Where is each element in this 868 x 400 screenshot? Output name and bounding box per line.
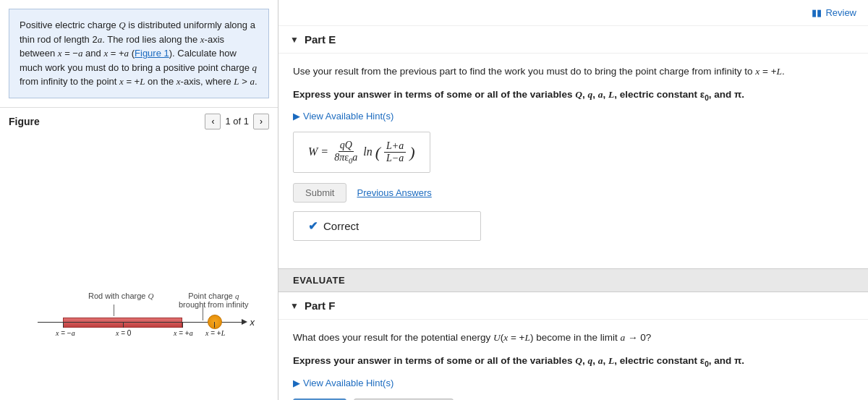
evaluate-banner: EVALUATE	[278, 268, 868, 292]
hint-chevron: ▶	[293, 111, 300, 122]
part-f-bold: Express your answer in terms of some or …	[293, 355, 744, 366]
point-charge	[208, 315, 222, 329]
top-bar: ▮▮ Review	[278, 0, 868, 26]
figure-header: Figure ‹ 1 of 1 ›	[0, 107, 278, 135]
part-f-view-hint[interactable]: ▶ View Available Hint(s)	[293, 378, 854, 388]
figure-link[interactable]: Figure 1	[135, 48, 169, 59]
part-e-formula: W = qQ 8πε0a ln ( L+a L−a )	[293, 132, 430, 173]
problem-box: Positive electric charge Q is distribute…	[9, 9, 269, 98]
part-f-section: ▼ Part F What does your result for the p…	[278, 292, 868, 400]
problem-text: Positive electric charge Q is distribute…	[20, 20, 258, 87]
part-f-instruction: Express your answer in terms of some or …	[293, 353, 854, 370]
part-e-section: ▼ Part E Use your result from the previo…	[278, 26, 868, 268]
part-f-hint-chevron: ▶	[293, 378, 300, 388]
tick-x0	[123, 322, 124, 328]
left-panel: Positive electric charge Q is distribute…	[0, 0, 278, 400]
part-f-label: Part F	[305, 299, 336, 312]
figure-page: 1 of 1	[225, 116, 249, 127]
review-button[interactable]: ▮▮ Review	[812, 7, 856, 18]
part-f-hint-label: View Available Hint(s)	[303, 378, 393, 388]
review-icon: ▮▮	[812, 7, 822, 18]
tick-xpL	[214, 322, 215, 328]
tick-xa	[63, 322, 64, 328]
check-icon: ✔	[308, 219, 318, 233]
tick-xpL-label: x = +L	[205, 329, 225, 337]
tick-x0-label: x = 0	[116, 329, 131, 337]
part-e-instruction: Express your answer in terms of some or …	[293, 87, 854, 104]
part-e-description: Use your result from the previous part t…	[293, 64, 854, 80]
axis-arrow	[242, 319, 247, 325]
review-label: Review	[825, 7, 856, 18]
rod-arrow	[114, 305, 114, 316]
part-e-label: Part E	[305, 33, 336, 46]
correct-box: ✔ Correct	[293, 211, 481, 241]
previous-answers-link[interactable]: Previous Answers	[357, 187, 431, 198]
figure-nav: ‹ 1 of 1 ›	[205, 114, 269, 129]
part-e-view-hint[interactable]: ▶ View Available Hint(s)	[293, 111, 854, 122]
figure-title: Figure	[9, 116, 40, 127]
part-e-header[interactable]: ▼ Part E	[278, 26, 868, 54]
submit-button[interactable]: Submit	[293, 183, 346, 203]
part-f-header[interactable]: ▼ Part F	[278, 292, 868, 320]
point-label: Point charge qbrought from infinity	[179, 292, 249, 309]
formula-text: W = qQ 8πε0a ln ( L+a L−a )	[308, 145, 415, 158]
tick-xpa	[182, 322, 183, 328]
tick-xpa-label: x = +a	[174, 329, 193, 337]
part-e-body: Use your result from the previous part t…	[278, 54, 868, 257]
hint-label: View Available Hint(s)	[303, 111, 393, 122]
figure-diagram: Rod with charge Q Point charge qbrought …	[0, 135, 278, 401]
next-figure-button[interactable]: ›	[253, 114, 269, 129]
part-f-body: What does your result for the potential …	[278, 320, 868, 400]
point-arrow	[203, 305, 203, 320]
part-f-description: What does your result for the potential …	[293, 330, 854, 346]
part-f-chevron: ▼	[290, 301, 299, 311]
part-e-action-row: Submit Previous Answers	[293, 183, 854, 203]
axis-label: x	[250, 317, 255, 328]
right-panel: ▮▮ Review ▼ Part E Use your result from …	[278, 0, 868, 400]
prev-figure-button[interactable]: ‹	[205, 114, 221, 129]
part-e-chevron: ▼	[290, 35, 299, 45]
correct-label: Correct	[323, 220, 359, 232]
tick-xa-label: x = −a	[56, 329, 75, 337]
figure-section: Figure ‹ 1 of 1 › Rod with charge Q Poin…	[0, 107, 278, 401]
rod-label: Rod with charge Q	[88, 292, 154, 300]
part-e-bold: Express your answer in terms of some or …	[293, 89, 744, 100]
